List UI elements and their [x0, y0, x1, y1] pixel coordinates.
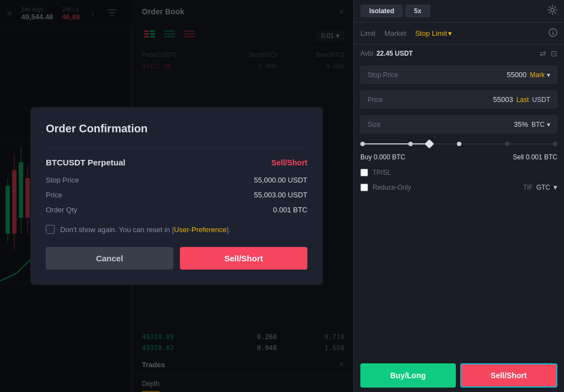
modal-stop-price-value: 55,000.00 USDT	[254, 176, 307, 184]
tp-sl-row: TP/SL	[354, 165, 564, 180]
modal-price-row: Price 55,003.00 USDT	[46, 191, 307, 199]
settings-icon	[547, 5, 557, 15]
price-input-group[interactable]: Price 55003 Last USDT	[360, 90, 557, 109]
avbl-actions: ⇄ ⊡	[540, 49, 557, 58]
tif-selector[interactable]: TIF GTC ▾	[523, 183, 557, 191]
stop-price-badge[interactable]: Mark	[530, 71, 545, 79]
mode-toggle-row: Isolated 5x	[354, 0, 564, 23]
order-confirmation-modal: Order Confirmation BTCUSDT Perpetual Sel…	[30, 107, 323, 285]
mode-settings-button[interactable]	[547, 5, 557, 17]
tp-sl-label: TP/SL	[373, 169, 391, 176]
left-panel: × 24h High 49,544.48 24h Lo 46,88 ›	[0, 0, 353, 392]
tp-sl-checkbox[interactable]	[360, 169, 368, 176]
dont-show-again-checkbox[interactable]	[46, 225, 55, 234]
sell-short-button[interactable]: Sell/Short	[460, 363, 558, 388]
isolated-mode-button[interactable]: Isolated	[360, 4, 403, 18]
svg-point-40	[552, 30, 554, 31]
slider-tick-100[interactable]	[553, 142, 557, 146]
slider-ticks	[360, 142, 557, 146]
modal-stop-price-row: Stop Price 55,000.00 USDT	[46, 176, 307, 184]
slider-tick-25[interactable]	[408, 142, 413, 146]
modal-price-value: 55,003.00 USDT	[254, 191, 307, 199]
tif-dropdown-arrow[interactable]: ▾	[554, 183, 557, 191]
size-value: 35%	[514, 120, 528, 128]
reduce-only-row: Reduce-Only TIF GTC ▾	[354, 180, 564, 195]
size-label: Size	[368, 121, 406, 128]
reduce-only-label: Reduce-Only	[373, 184, 411, 191]
action-buttons: Buy/Long Sell/Short	[354, 359, 564, 392]
modal-overlay: Order Confirmation BTCUSDT Perpetual Sel…	[0, 0, 353, 392]
modal-divider	[46, 148, 307, 149]
reduce-only-checkbox[interactable]	[360, 184, 368, 191]
transfer-button[interactable]: ⇄	[540, 49, 546, 58]
modal-title: Order Confirmation	[46, 122, 307, 135]
buy-summary-label: Buy	[360, 153, 372, 161]
buy-sell-summary: Buy 0.000 BTC Sell 0.001 BTC	[354, 151, 564, 165]
modal-buttons: Cancel Sell/Short	[46, 247, 307, 270]
slider-tick-75[interactable]	[505, 142, 509, 146]
tab-market[interactable]: Market	[384, 27, 406, 40]
svg-line-35	[555, 12, 556, 14]
price-currency: USDT	[532, 96, 550, 104]
avbl-value: 22.45 USDT	[376, 50, 413, 57]
info-icon	[549, 28, 557, 37]
modal-pair-label: BTCUSDT Perpetual	[46, 158, 125, 167]
sell-summary: Sell 0.001 BTC	[513, 153, 557, 161]
order-type-tabs: Limit Market Stop Limit ▾	[354, 23, 564, 45]
avbl-label: Avbl	[360, 50, 373, 57]
sell-summary-value: 0.001 BTC	[526, 153, 557, 161]
modal-price-label: Price	[46, 191, 62, 199]
buy-summary-value: 0.000 BTC	[374, 153, 405, 161]
tif-label: TIF	[523, 184, 533, 191]
stop-price-label: Stop Price	[368, 71, 406, 79]
buy-long-button[interactable]: Buy/Long	[360, 363, 456, 388]
svg-point-29	[551, 8, 554, 12]
available-balance-row: Avbl 22.45 USDT ⇄ ⊡	[354, 45, 564, 62]
slider-tick-50[interactable]	[457, 142, 461, 146]
stop-price-input-group[interactable]: Stop Price 55000 Mark ▾	[360, 66, 557, 84]
size-dropdown[interactable]: ▾	[547, 121, 550, 128]
leverage-button[interactable]: 5x	[405, 4, 430, 18]
price-badge[interactable]: Last	[517, 96, 529, 104]
right-panel: Isolated 5x Limit Market	[353, 0, 564, 392]
tif-value[interactable]: GTC	[536, 184, 550, 191]
size-slider-track[interactable]	[360, 143, 557, 144]
svg-line-34	[549, 7, 551, 8]
svg-line-37	[549, 12, 551, 14]
modal-stop-price-label: Stop Price	[46, 176, 79, 184]
stop-price-dropdown[interactable]: ▾	[547, 71, 550, 79]
stop-price-value: 55000	[507, 71, 526, 79]
size-currency: BTC	[531, 121, 545, 128]
modal-qty-value: 0.001 BTC	[273, 206, 307, 214]
modal-pair-row: BTCUSDT Perpetual Sell/Short	[46, 158, 307, 167]
modal-cancel-button[interactable]: Cancel	[46, 247, 173, 270]
tab-stop-limit[interactable]: Stop Limit ▾	[415, 29, 452, 37]
size-input-group[interactable]: Size 35% BTC ▾	[360, 115, 557, 133]
slider-thumb[interactable]	[424, 139, 434, 149]
svg-line-36	[555, 7, 556, 8]
modal-checkbox-row: Don't show again. You can reset in [User…	[46, 225, 307, 234]
tab-limit[interactable]: Limit	[360, 27, 375, 40]
price-value: 55003	[493, 95, 513, 104]
slider-tick-0[interactable]	[360, 142, 365, 146]
sell-summary-label: Sell	[513, 153, 524, 161]
modal-qty-label: Order Qty	[46, 206, 77, 214]
size-slider-container	[354, 137, 564, 151]
order-type-info-button[interactable]	[549, 28, 557, 39]
calculator-button[interactable]: ⊡	[551, 49, 557, 58]
modal-qty-row: Order Qty 0.001 BTC	[46, 206, 307, 214]
buy-summary: Buy 0.000 BTC	[360, 153, 405, 161]
modal-sell-button[interactable]: Sell/Short	[180, 247, 307, 270]
price-label: Price	[368, 96, 406, 104]
modal-side-label: Sell/Short	[272, 158, 307, 167]
dont-show-again-label: Don't show again. You can reset in [User…	[60, 225, 231, 234]
main-layout: × 24h High 49,544.48 24h Lo 46,88 ›	[0, 0, 564, 392]
